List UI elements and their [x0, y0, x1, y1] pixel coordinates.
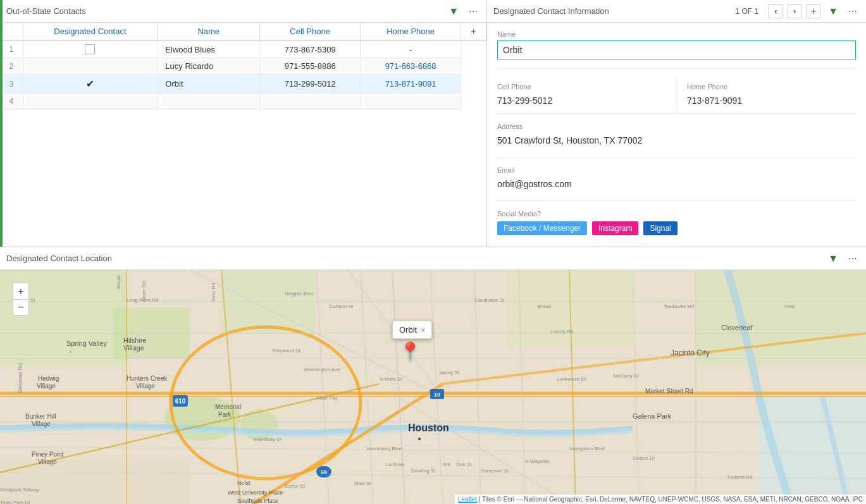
svg-text:Lockwood Dr: Lockwood Dr [557, 376, 586, 382]
table-row[interactable]: 2 Lucy Ricardo 971-555-8886 971-663-6868 [0, 58, 486, 75]
popup-close-icon[interactable]: × [421, 326, 425, 335]
svg-text:Ector St: Ector St [285, 483, 306, 489]
cell-phone-cell: 971-555-8886 [260, 58, 361, 75]
map-svg: 610 10 59 Spring Valley * Hilshire Villa… [0, 270, 866, 504]
svg-text:610: 610 [175, 398, 186, 405]
svg-text:Heights Blvd: Heights Blvd [285, 291, 313, 297]
home-phone-label: Home Phone [687, 83, 856, 90]
map-filter-icon[interactable]: ▼ [826, 252, 841, 266]
cell-phone-cell: 713-299-5012 [260, 75, 361, 94]
zoom-controls: + − [13, 283, 29, 316]
svg-text:Spring Valley: Spring Valley [66, 340, 107, 347]
right-panel-icons: 1 OF 1 ‹ › + ▼ ⋯ [735, 4, 860, 18]
svg-text:Shepherd Dr: Shepherd Dr [272, 348, 301, 353]
right-more-icon[interactable]: ⋯ [846, 5, 860, 18]
zoom-in-button[interactable]: + [13, 283, 29, 299]
prev-page-button[interactable]: ‹ [769, 4, 782, 18]
svg-text:Galena Park: Galena Park [633, 412, 672, 420]
left-filter-icon[interactable]: ▼ [446, 4, 461, 18]
col-home[interactable]: Home Phone [361, 23, 461, 40]
svg-text:Village: Village [32, 421, 51, 427]
cell-phone-value: 713-299-5012 [497, 93, 666, 108]
social-badges: Facebook / Messenger Instagram Signal [497, 221, 856, 235]
map-more-icon[interactable]: ⋯ [846, 252, 860, 265]
table-row[interactable]: 3 ✔ Orbit 713-299-5012 713-871-9091 [0, 75, 486, 94]
table-row[interactable]: 4 [0, 94, 486, 109]
col-name[interactable]: Name [158, 23, 260, 40]
svg-text:Bingle: Bingle [116, 274, 121, 289]
svg-text:N Wayside: N Wayside [525, 458, 550, 464]
social-media-section: Social Media? Facebook / Messenger Insta… [497, 210, 856, 235]
signal-badge[interactable]: Signal [643, 221, 677, 235]
svg-text:Market Street Rd: Market Street Rd [645, 388, 693, 395]
checkmark-icon: ✔ [86, 78, 94, 89]
right-panel-header: Designated Contact Information 1 OF 1 ‹ … [487, 0, 866, 23]
svg-text:Hunters Creek: Hunters Creek [127, 375, 168, 382]
designated-cell[interactable] [23, 58, 158, 75]
designated-cell[interactable] [23, 94, 158, 109]
leaflet-link[interactable]: Leaflet [458, 496, 477, 503]
svg-text:Jacinto City: Jacinto City [671, 348, 710, 357]
row-num: 2 [0, 58, 23, 75]
svg-text:Navigation Blvd: Navigation Blvd [569, 446, 605, 452]
name-input[interactable] [497, 40, 856, 59]
left-panel-title: Out-of-State Contacts [6, 6, 446, 16]
cell-phone-cell [260, 94, 361, 109]
svg-text:Federal Rd: Federal Rd [727, 474, 753, 480]
zoom-out-button[interactable]: − [13, 299, 29, 316]
attribution-text: | Tiles © Esri — National Geographic, Es… [479, 496, 863, 503]
email-value: orbit@gostros.com [497, 176, 856, 192]
left-panel: Out-of-State Contacts ▼ ⋯ Designated Con… [0, 0, 487, 247]
next-page-button[interactable]: › [788, 4, 801, 18]
left-panel-icons: ▼ ⋯ [446, 4, 480, 18]
right-panel: Designated Contact Information 1 OF 1 ‹ … [487, 0, 866, 247]
left-more-icon[interactable]: ⋯ [466, 5, 480, 18]
map-container[interactable]: 610 10 59 Spring Valley * Hilshire Villa… [0, 270, 866, 504]
col-designated[interactable]: Designated Contact [23, 23, 158, 40]
row-num: 3 [0, 75, 23, 94]
home-phone-section: Home Phone 713-871-9091 [677, 78, 856, 113]
phone-section: Cell Phone 713-299-5012 Home Phone 713-8… [497, 78, 856, 114]
col-cell[interactable]: Cell Phone [260, 23, 361, 40]
designated-cell[interactable] [23, 40, 158, 58]
svg-text:59: 59 [321, 469, 327, 476]
svg-text:La Brain: La Brain [386, 462, 405, 467]
svg-text:Piney Point: Piney Point [32, 451, 64, 458]
map-header: Designated Contact Location ▼ ⋯ [0, 247, 866, 270]
svg-text:Town Park Dr: Town Park Dr [0, 500, 30, 504]
cell-phone-cell: 773-867-5309 [260, 40, 361, 58]
home-phone-cell [361, 94, 461, 109]
row-num: 1 [0, 40, 23, 58]
svg-text:Bunker Hill: Bunker Hill [25, 413, 56, 420]
svg-text:Durham Dr: Durham Dr [329, 304, 354, 309]
svg-text:Houston: Houston [408, 422, 449, 433]
bottom-panel: Designated Contact Location ▼ ⋯ [0, 247, 866, 504]
instagram-badge[interactable]: Instagram [592, 221, 638, 235]
designated-cell[interactable]: ✔ [23, 75, 158, 94]
pagination: 1 OF 1 [735, 7, 758, 16]
email-label: Email [497, 166, 856, 174]
svg-text:Westpark Tollway: Westpark Tollway [0, 487, 39, 493]
map-attribution: Leaflet | Tiles © Esri — National Geogra… [455, 495, 866, 504]
svg-text:Southside Place: Southside Place [237, 498, 278, 504]
svg-text:Hardy St: Hardy St [440, 370, 460, 376]
col-add[interactable]: + [461, 23, 486, 40]
svg-text:Sampson St: Sampson St [481, 468, 509, 474]
right-panel-title: Designated Contact Information [493, 6, 735, 16]
col-num [0, 23, 23, 40]
cell-phone-section: Cell Phone 713-299-5012 [497, 78, 677, 113]
svg-text:Village: Village [38, 458, 57, 465]
facebook-badge[interactable]: Facebook / Messenger [497, 221, 587, 235]
address-label: Address [497, 123, 856, 130]
svg-text:Hilshire: Hilshire [123, 336, 147, 344]
svg-text:Woodway Dr: Woodway Dr [253, 436, 282, 442]
map-panel-title: Designated Contact Location [6, 254, 826, 263]
map-popup: Orbit × [392, 321, 432, 339]
svg-text:Wallisville Rd: Wallisville Rd [664, 304, 694, 309]
add-record-button[interactable]: + [807, 4, 820, 18]
home-phone-cell: 971-663-6868 [361, 58, 461, 75]
svg-text:West University Place: West University Place [228, 489, 283, 496]
address-section: Address 501 Crawford St, Houston, TX 770… [497, 123, 856, 157]
table-row[interactable]: 1 Elwood Blues 773-867-5309 - [0, 40, 486, 58]
right-filter-icon[interactable]: ▼ [826, 4, 841, 18]
